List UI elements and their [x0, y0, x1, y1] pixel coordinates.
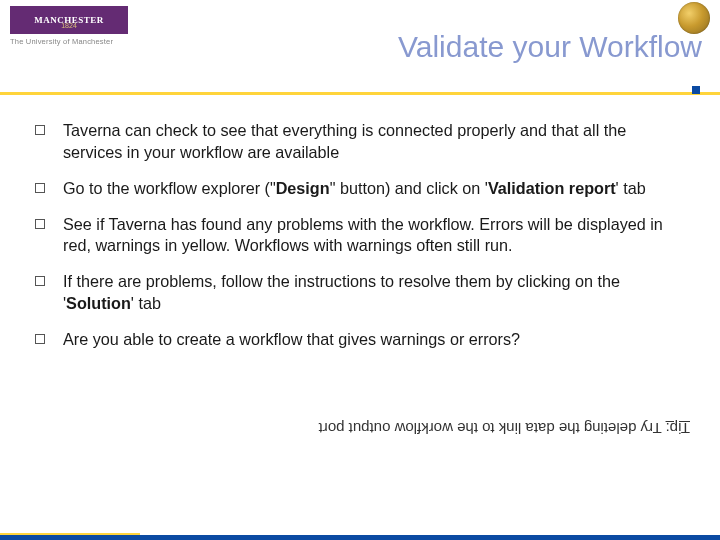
text-run: Taverna can check to see that everything… — [63, 121, 626, 161]
bullet-square-icon — [35, 334, 45, 344]
text-run: Go to the workflow explorer (" — [63, 179, 276, 197]
bullet-text: Are you able to create a workflow that g… — [63, 329, 690, 351]
text-run: ' tab — [616, 179, 646, 197]
blue-square-accent — [692, 86, 700, 94]
text-bold: Solution — [66, 294, 131, 312]
bullet-square-icon — [35, 219, 45, 229]
text-bold: Design — [276, 179, 330, 197]
text-run: See if Taverna has found any problems wi… — [63, 215, 663, 255]
university-logo: MANCHESTER 1824 The University of Manche… — [10, 6, 128, 46]
logo-subtitle: The University of Manchester — [10, 37, 128, 46]
list-item: If there are problems, follow the instru… — [35, 271, 690, 315]
content-area: Taverna can check to see that everything… — [35, 120, 690, 365]
bullet-square-icon — [35, 125, 45, 135]
tip-label: Tip: — [666, 420, 690, 437]
slide-title: Validate your Workflow — [398, 30, 702, 64]
bullet-text: Go to the workflow explorer ("Design" bu… — [63, 178, 690, 200]
logo-badge: MANCHESTER 1824 — [10, 6, 128, 34]
gold-divider — [0, 92, 720, 95]
list-item: Taverna can check to see that everything… — [35, 120, 690, 164]
header: MANCHESTER 1824 The University of Manche… — [0, 0, 720, 68]
tip-text-flipped: Tip: Try deleting the data link to the w… — [35, 420, 690, 437]
text-run: ' tab — [131, 294, 161, 312]
text-run: " button) and click on ' — [330, 179, 488, 197]
list-item: Are you able to create a workflow that g… — [35, 329, 690, 351]
bullet-square-icon — [35, 183, 45, 193]
list-item: See if Taverna has found any problems wi… — [35, 214, 690, 258]
text-bold: Validation report — [488, 179, 616, 197]
bullet-text: If there are problems, follow the instru… — [63, 271, 690, 315]
list-item: Go to the workflow explorer ("Design" bu… — [35, 178, 690, 200]
tip-body: Try deleting the data link to the workfl… — [319, 420, 666, 437]
bullet-text: Taverna can check to see that everything… — [63, 120, 690, 164]
text-run: Are you able to create a workflow that g… — [63, 330, 520, 348]
bullet-square-icon — [35, 276, 45, 286]
bullet-text: See if Taverna has found any problems wi… — [63, 214, 690, 258]
logo-year: 1824 — [10, 22, 128, 29]
slide: MANCHESTER 1824 The University of Manche… — [0, 0, 720, 540]
footer-blue-bar — [0, 535, 720, 540]
